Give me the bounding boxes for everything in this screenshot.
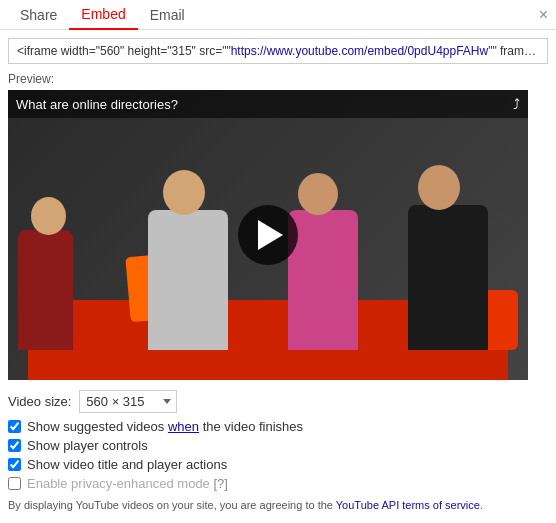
video-size-row: Video size: 560 × 315640 × 360853 × 4801… [8,390,548,413]
play-button[interactable] [238,205,298,265]
close-button[interactable]: × [539,7,548,23]
video-title: What are online directories? [16,97,178,112]
video-background [8,90,528,380]
video-title-bar: What are online directories? ⤴ [8,90,528,118]
person3-head [298,173,338,215]
preview-label: Preview: [8,72,548,86]
footer-text: By displaying YouTube videos on your sit… [8,499,548,511]
checkbox-suggested[interactable] [8,420,21,433]
footer-text-before: By displaying YouTube videos on your sit… [8,499,336,511]
checkbox-controls[interactable] [8,439,21,452]
person2-body [148,210,228,350]
tab-share[interactable]: Share [8,1,69,29]
share-icon[interactable]: ⤴ [513,96,520,112]
video-size-label: Video size: [8,394,71,409]
option-title: Show video title and player actions [8,457,548,472]
youtube-api-link[interactable]: YouTube API terms of service [336,499,480,511]
play-triangle-icon [258,220,283,250]
embed-code-text: <iframe width="560" height="315" src=""h… [17,44,548,58]
footer-text-after: . [480,499,483,511]
privacy-help-link[interactable]: [?] [213,476,227,491]
person1-body [18,230,73,350]
checkbox-privacy[interactable] [8,477,21,490]
person2-head [163,170,205,215]
label-title[interactable]: Show video title and player actions [27,457,227,472]
person3-body [288,210,358,350]
embed-code-box[interactable]: <iframe width="560" height="315" src=""h… [8,38,548,64]
video-preview: What are online directories? ⤴ [8,90,528,380]
option-suggested: Show suggested videos when the video fin… [8,419,548,434]
option-privacy: Enable privacy-enhanced mode [?] [8,476,548,491]
person4-head [418,165,460,210]
tab-embed[interactable]: Embed [69,0,137,30]
label-privacy[interactable]: Enable privacy-enhanced mode [?] [27,476,228,491]
person1-head [31,197,66,235]
label-suggested[interactable]: Show suggested videos when the video fin… [27,419,303,434]
checkbox-title[interactable] [8,458,21,471]
label-controls[interactable]: Show player controls [27,438,148,453]
options-list: Show suggested videos when the video fin… [8,419,548,491]
person4-body [408,205,488,350]
option-controls: Show player controls [8,438,548,453]
tabs-bar: Share Embed Email × [0,0,556,30]
tab-email[interactable]: Email [138,1,197,29]
video-size-select[interactable]: 560 × 315640 × 360853 × 4801280 × 720Cus… [79,390,177,413]
